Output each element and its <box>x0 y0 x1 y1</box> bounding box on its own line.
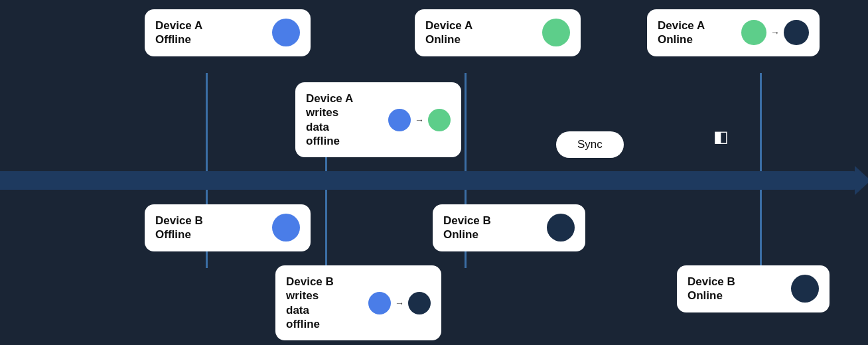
device-a-writes-circle-blue <box>388 109 411 131</box>
sync-pill: Sync <box>556 131 624 158</box>
device-a-online-2-icons: → <box>741 20 809 45</box>
device-a-online-2-circle-dark <box>784 20 809 45</box>
device-b-offline-icons <box>272 214 300 242</box>
device-b-writes-title: Device B writes data offline <box>286 275 334 331</box>
card-device-b-online-2: Device B Online <box>677 265 830 312</box>
device-a-writes-circle-green <box>428 109 451 131</box>
device-b-online-2-title: Device B Online <box>687 275 735 303</box>
card-device-a-offline: Device A Offline <box>145 9 311 56</box>
vline-3 <box>465 73 467 171</box>
timeline <box>0 171 856 190</box>
device-a-online-1-circle <box>542 19 570 46</box>
card-device-b-writes: Device B writes data offline → <box>275 265 441 340</box>
device-a-online-1-icons <box>542 19 570 46</box>
device-b-online-2-circle <box>791 275 819 303</box>
device-b-offline-circle <box>272 214 300 242</box>
device-b-online-1-icons <box>547 214 575 242</box>
device-b-writes-icons: → <box>368 292 431 314</box>
layers-icon: ◧ <box>713 127 729 146</box>
device-a-online-2-title: Device A Online <box>658 19 705 47</box>
device-b-online-1-circle <box>547 214 575 242</box>
device-b-offline-title: Device B Offline <box>155 214 203 242</box>
device-a-offline-circle <box>272 19 300 46</box>
device-b-writes-circle-dark <box>408 292 431 314</box>
device-a-offline-title: Device A Offline <box>155 19 202 47</box>
device-a-online-2-circle-green <box>741 20 766 45</box>
vline-4 <box>760 73 762 171</box>
device-b-online-2-icons <box>791 275 819 303</box>
device-a-writes-icons: → <box>388 109 451 131</box>
arrow-icon-2: → <box>770 27 780 38</box>
arrow-icon-3: → <box>395 298 404 309</box>
card-device-b-offline: Device B Offline <box>145 204 311 251</box>
device-a-offline-icons <box>272 19 300 46</box>
arrow-icon: → <box>415 115 424 125</box>
card-device-b-online-1: Device B Online <box>433 204 585 251</box>
sync-label: Sync <box>577 138 603 151</box>
card-device-a-writes: Device A writes data offline → <box>295 82 461 157</box>
device-a-writes-title: Device A writes data offline <box>306 92 353 148</box>
vline-1 <box>206 73 208 171</box>
device-b-writes-circle-blue <box>368 292 391 314</box>
device-a-online-1-title: Device A Online <box>425 19 472 47</box>
card-device-a-online-1: Device A Online <box>415 9 581 56</box>
device-b-online-1-title: Device B Online <box>443 214 491 242</box>
card-device-a-online-2: Device A Online → <box>647 9 820 56</box>
